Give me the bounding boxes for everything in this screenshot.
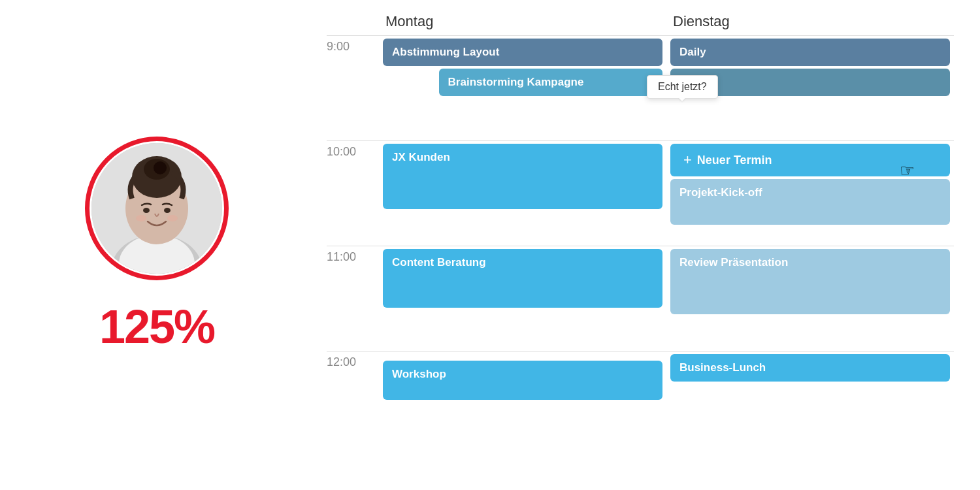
event-brainstorming-kampagne[interactable]: Brainstorming Kampagne: [439, 69, 662, 96]
montag-col-10: JX Kunden: [379, 141, 666, 246]
time-label-11: 11:00: [327, 246, 379, 264]
calendar-grid: 9:00 Abstimmung Layout Brainstorming Kam…: [327, 35, 954, 456]
avatar-container: [85, 137, 229, 280]
event-business-lunch[interactable]: Business-Lunch: [670, 354, 950, 382]
time-label-9: 9:00: [327, 36, 379, 54]
event-review-praesentation[interactable]: Review Präsentation: [670, 249, 950, 314]
plus-icon: +: [683, 152, 692, 169]
right-panel: Montag Dienstag 9:00 Abstimmung Layout B…: [314, 0, 980, 490]
avatar-ring: [85, 137, 229, 280]
left-panel: 125%: [0, 0, 314, 490]
tooltip-popup: Echt jetzt?: [647, 75, 718, 99]
time-row-10: 10:00 JX Kunden + Neuer Termin ☞ Projekt…: [327, 140, 954, 246]
time-row-12: 12:00 Workshop Business-Lunch: [327, 351, 954, 456]
event-daily[interactable]: Daily: [670, 39, 950, 66]
dienstag-col-9: Daily Kap... Echt jetzt?: [666, 36, 954, 140]
time-label-10: 10:00: [327, 141, 379, 159]
new-termin-button[interactable]: + Neuer Termin: [670, 144, 950, 176]
montag-col-12: Workshop: [379, 351, 666, 456]
event-jx-kunden[interactable]: JX Kunden: [383, 144, 662, 209]
event-projekt-kickoff[interactable]: Projekt-Kick-off: [670, 179, 950, 225]
event-content-beratung[interactable]: Content Beratung: [383, 249, 662, 308]
event-abstimmung-layout[interactable]: Abstimmung Layout: [383, 39, 662, 66]
dienstag-col-11: Review Präsentation: [666, 246, 954, 351]
montag-col-11: Content Beratung: [379, 246, 666, 351]
dienstag-col-10: + Neuer Termin ☞ Projekt-Kick-off: [666, 141, 954, 246]
col-header-dienstag: Dienstag: [666, 13, 954, 30]
time-row-9: 9:00 Abstimmung Layout Brainstorming Kam…: [327, 35, 954, 140]
time-label-12: 12:00: [327, 351, 379, 369]
event-workshop[interactable]: Workshop: [383, 361, 662, 400]
montag-col-9: Abstimmung Layout Brainstorming Kampagne: [379, 36, 666, 140]
col-header-montag: Montag: [379, 13, 666, 30]
calendar-header: Montag Dienstag: [379, 13, 954, 30]
time-row-11: 11:00 Content Beratung Review Präsentati…: [327, 246, 954, 351]
percentage-value: 125%: [99, 300, 214, 353]
dienstag-col-12: Business-Lunch: [666, 351, 954, 456]
